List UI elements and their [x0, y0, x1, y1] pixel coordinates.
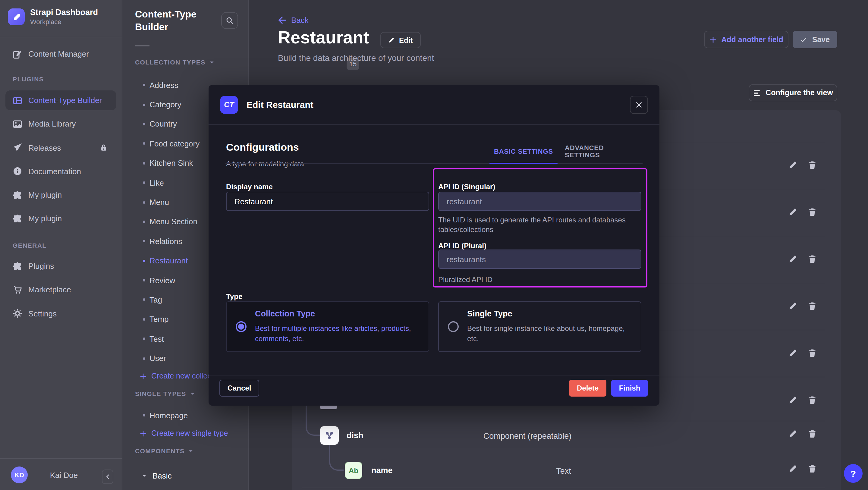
create-single-type-link[interactable]: Create new single type [140, 429, 228, 437]
api-id-plural-label: API ID (Plural) [438, 242, 487, 250]
field-row-actions [788, 429, 817, 438]
content-manager-icon [13, 49, 22, 59]
chevron-down-icon [188, 448, 194, 454]
sidebar-item-plugins[interactable]: Plugins [5, 256, 116, 276]
radio-unselected-icon[interactable] [448, 321, 459, 332]
delete-field-button[interactable] [808, 301, 817, 310]
components-header[interactable]: COMPONENTS [135, 447, 194, 454]
tab-advanced-settings[interactable]: ADVANCED SETTINGS [565, 145, 635, 157]
modal-title: Edit Restaurant [247, 99, 313, 110]
edit-restaurant-modal: CT Edit Restaurant Configurations A type… [209, 85, 659, 406]
bullet-icon [143, 259, 145, 262]
row-divider [302, 488, 825, 488]
delete-field-button[interactable] [808, 254, 817, 264]
plugin-icon [13, 214, 22, 224]
page-subtitle: Build the data architecture of your cont… [278, 53, 434, 63]
bullet-icon [143, 84, 145, 86]
plugin-icon [13, 190, 22, 200]
help-button[interactable]: ? [844, 464, 863, 483]
close-button[interactable] [630, 95, 648, 114]
save-button[interactable]: Save [793, 31, 837, 48]
delete-button[interactable]: Delete [569, 380, 607, 397]
field-row-actions [788, 254, 817, 264]
cancel-button[interactable]: Cancel [219, 380, 259, 397]
bullet-icon [143, 181, 145, 184]
api-id-plural-input[interactable] [438, 249, 641, 269]
edit-field-button[interactable] [788, 348, 798, 358]
sidebar-item-media-library[interactable]: Media Library [5, 114, 116, 134]
back-link[interactable]: Back [278, 16, 309, 25]
search-button[interactable] [221, 12, 238, 29]
sidebar-item-releases[interactable]: Releases [5, 138, 116, 158]
user-avatar[interactable]: KD [11, 466, 28, 483]
collection-types-header[interactable]: COLLECTION TYPES [135, 58, 215, 66]
sidebar-item-label: Content Manager [28, 50, 89, 58]
bullet-icon [143, 143, 145, 145]
sidebar-item-content-type-builder[interactable]: Content-Type Builder [5, 90, 116, 110]
sidebar-item-label: Settings [28, 309, 57, 318]
row-divider [302, 421, 825, 421]
sidebar-item-content-manager[interactable]: Content Manager [5, 44, 116, 64]
sidebar-divider [0, 37, 122, 37]
lock-icon [99, 144, 108, 152]
sidebar-item-my-plugin-2[interactable]: My plugin [5, 209, 116, 229]
edit-field-button[interactable] [788, 429, 798, 438]
add-another-field-button[interactable]: Add another field [704, 31, 788, 48]
sidebar-item-my-plugin-1[interactable]: My plugin [5, 185, 116, 205]
tree-connector [329, 446, 344, 471]
option-title: Single Type [467, 309, 513, 318]
edit-field-button[interactable] [788, 160, 798, 170]
display-name-input[interactable] [226, 192, 429, 211]
workspace-subtitle: Workplace [30, 18, 98, 26]
delete-field-button[interactable] [808, 395, 817, 404]
sidebar-item-settings[interactable]: Settings [5, 303, 116, 323]
finish-button[interactable]: Finish [611, 380, 648, 397]
configure-view-button[interactable]: Configure the view [749, 84, 837, 101]
api-id-singular-input[interactable] [438, 192, 641, 211]
main-sidebar: Strapi Dashboard Workplace Content Manag… [0, 0, 122, 490]
field-name: dish [347, 431, 364, 440]
workspace-brand[interactable]: Strapi Dashboard Workplace [8, 8, 98, 26]
configurations-title: Configurations [226, 142, 299, 154]
sidebar-item-documentation[interactable]: Documentation [5, 161, 116, 181]
content-type-badge: CT [220, 95, 238, 114]
chevron-left-icon [104, 474, 111, 480]
bullet-icon [143, 414, 145, 417]
modal-header: CT Edit Restaurant [209, 85, 659, 125]
edit-field-button[interactable] [788, 395, 798, 404]
bullet-icon [143, 299, 145, 301]
builder-title: Content-Type Builder [135, 8, 213, 33]
title-rule [135, 45, 150, 47]
field-row-actions [788, 207, 817, 216]
delete-field-button[interactable] [808, 160, 817, 170]
pencil-icon [388, 37, 395, 43]
sidebar-item-label: Media Library [28, 120, 76, 129]
edit-button[interactable]: Edit [380, 32, 421, 48]
edit-field-button[interactable] [788, 301, 798, 310]
delete-field-button[interactable] [808, 429, 817, 438]
delete-field-button[interactable] [808, 207, 817, 216]
strapi-logo-icon [8, 8, 25, 25]
delete-field-button[interactable] [808, 464, 817, 473]
edit-field-button[interactable] [788, 464, 798, 473]
radio-selected-icon[interactable] [236, 321, 247, 332]
single-type-option[interactable]: Single Type Best for single instance lik… [438, 301, 641, 352]
tab-basic-settings[interactable]: BASIC SETTINGS [490, 145, 558, 157]
cart-icon [13, 285, 22, 295]
workspace-title: Strapi Dashboard [30, 8, 98, 18]
tabs-divider [225, 163, 643, 164]
edit-field-button[interactable] [788, 254, 798, 264]
field-name: name [371, 466, 393, 475]
collapse-sidebar-button[interactable] [102, 469, 113, 484]
delete-field-button[interactable] [808, 348, 817, 358]
media-library-icon [13, 119, 22, 129]
plus-icon [140, 430, 147, 437]
single-type-item[interactable]: Homepage [122, 406, 248, 425]
single-types-header[interactable]: SINGLE TYPES [135, 390, 195, 397]
sidebar-item-marketplace[interactable]: Marketplace [5, 280, 116, 300]
field-row-actions [788, 464, 817, 473]
bullet-icon [143, 162, 145, 164]
collection-type-option[interactable]: Collection Type Best for multiple instan… [226, 301, 429, 352]
edit-field-button[interactable] [788, 207, 798, 216]
component-group-basic[interactable]: Basic [142, 468, 172, 483]
